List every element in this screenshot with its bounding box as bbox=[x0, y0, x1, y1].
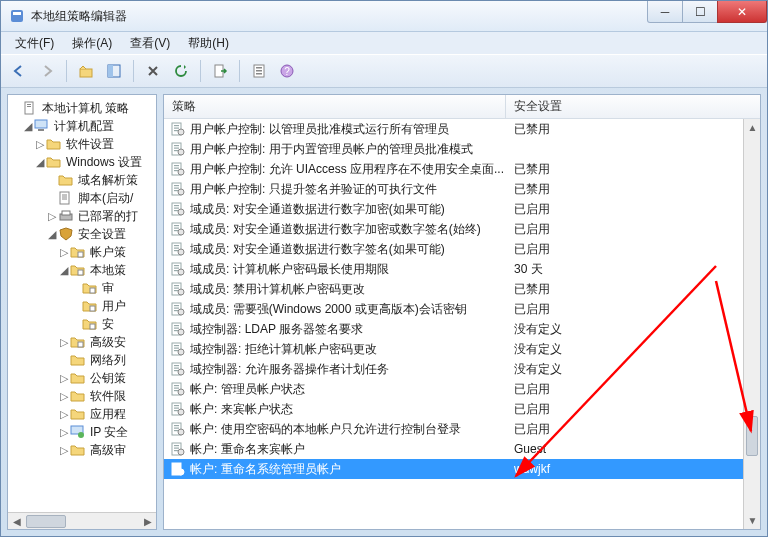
tree-item[interactable]: ▷高级安 bbox=[8, 333, 156, 351]
tree-item-label: 安全设置 bbox=[76, 226, 128, 243]
scroll-down-icon[interactable]: ▼ bbox=[744, 512, 761, 529]
menu-file[interactable]: 文件(F) bbox=[7, 33, 62, 54]
policy-row[interactable]: 域成员: 对安全通道数据进行数字签名(如果可能)已启用 bbox=[164, 239, 743, 259]
tree-item[interactable]: 网络列 bbox=[8, 351, 156, 369]
up-button[interactable] bbox=[74, 59, 98, 83]
tree-item[interactable]: ▷高级审 bbox=[8, 441, 156, 459]
column-setting[interactable]: 安全设置 bbox=[506, 95, 760, 118]
policy-name: 域成员: 计算机帐户密码最长使用期限 bbox=[190, 261, 389, 278]
menu-action[interactable]: 操作(A) bbox=[64, 33, 120, 54]
tree-item-label: 审 bbox=[100, 280, 116, 297]
tree-item[interactable]: 用户 bbox=[8, 297, 156, 315]
maximize-button[interactable]: ☐ bbox=[682, 1, 718, 23]
tree-twisty-icon[interactable]: ▷ bbox=[58, 372, 70, 385]
policy-row[interactable]: 帐户: 管理员帐户状态已启用 bbox=[164, 379, 743, 399]
tree-twisty-icon[interactable]: ▷ bbox=[58, 426, 70, 439]
policy-name: 域控制器: LDAP 服务器签名要求 bbox=[190, 321, 363, 338]
tree-item[interactable]: ◢计算机配置 bbox=[8, 117, 156, 135]
menu-help[interactable]: 帮助(H) bbox=[180, 33, 237, 54]
tree-twisty-icon[interactable]: ▷ bbox=[58, 390, 70, 403]
scroll-left-icon[interactable]: ◀ bbox=[8, 513, 25, 530]
policy-row[interactable]: 域成员: 对安全通道数据进行数字加密(如果可能)已启用 bbox=[164, 199, 743, 219]
tree-item[interactable]: ◢Windows 设置 bbox=[8, 153, 156, 171]
policy-icon bbox=[170, 282, 186, 296]
tree-twisty-icon[interactable]: ◢ bbox=[34, 156, 46, 169]
close-button[interactable]: ✕ bbox=[717, 1, 767, 23]
policy-row[interactable]: 帐户: 使用空密码的本地帐户只允许进行控制台登录已启用 bbox=[164, 419, 743, 439]
tree-view[interactable]: 本地计算机 策略 ◢计算机配置▷软件设置◢Windows 设置域名解析策脚本(启… bbox=[8, 95, 156, 512]
folder-s-icon bbox=[82, 281, 98, 295]
minimize-button[interactable]: ─ bbox=[647, 1, 683, 23]
policy-list[interactable]: 用户帐户控制: 以管理员批准模式运行所有管理员已禁用用户帐户控制: 用于内置管理… bbox=[164, 119, 743, 529]
svg-rect-54 bbox=[174, 225, 179, 226]
tree-item[interactable]: 域名解析策 bbox=[8, 171, 156, 189]
tree-item[interactable]: ◢安全设置 bbox=[8, 225, 156, 243]
policy-row[interactable]: 域成员: 禁用计算机帐户密码更改已禁用 bbox=[164, 279, 743, 299]
tree-item[interactable]: ▷IP 安全 bbox=[8, 423, 156, 441]
back-button[interactable] bbox=[7, 59, 31, 83]
policy-name: 帐户: 使用空密码的本地帐户只允许进行控制台登录 bbox=[190, 421, 461, 438]
tree-twisty-icon[interactable]: ▷ bbox=[46, 210, 58, 223]
policy-row[interactable]: 用户帐户控制: 只提升签名并验证的可执行文件已禁用 bbox=[164, 179, 743, 199]
refresh-button[interactable] bbox=[169, 59, 193, 83]
policy-name: 用户帐户控制: 只提升签名并验证的可执行文件 bbox=[190, 181, 437, 198]
policy-name: 用户帐户控制: 允许 UIAccess 应用程序在不使用安全桌面... bbox=[190, 161, 504, 178]
tree-twisty-icon[interactable]: ▷ bbox=[58, 444, 70, 457]
properties-button[interactable] bbox=[247, 59, 271, 83]
policy-name: 域控制器: 允许服务器操作者计划任务 bbox=[190, 361, 389, 378]
policy-setting: 没有定义 bbox=[506, 321, 743, 338]
policy-icon bbox=[170, 362, 186, 376]
tree-item[interactable]: ◢本地策 bbox=[8, 261, 156, 279]
show-pane-button[interactable] bbox=[102, 59, 126, 83]
tree-item[interactable]: 审 bbox=[8, 279, 156, 297]
column-policy[interactable]: 策略 bbox=[164, 95, 506, 118]
tree-item[interactable]: ▷应用程 bbox=[8, 405, 156, 423]
tree-hscrollbar[interactable]: ◀ ▶ bbox=[8, 512, 156, 529]
delete-button[interactable] bbox=[141, 59, 165, 83]
tree-twisty-icon[interactable]: ▷ bbox=[58, 336, 70, 349]
tree-item[interactable]: 安 bbox=[8, 315, 156, 333]
help-button[interactable]: ? bbox=[275, 59, 299, 83]
scroll-up-icon[interactable]: ▲ bbox=[744, 119, 761, 136]
tree-item[interactable]: ▷公钥策 bbox=[8, 369, 156, 387]
tree-twisty-icon[interactable]: ◢ bbox=[46, 228, 58, 241]
tree-item[interactable]: ▷软件设置 bbox=[8, 135, 156, 153]
tree-item[interactable]: ▷已部署的打 bbox=[8, 207, 156, 225]
tree-twisty-icon[interactable]: ◢ bbox=[22, 120, 34, 133]
tree-twisty-icon[interactable]: ▷ bbox=[58, 246, 70, 259]
menu-view[interactable]: 查看(V) bbox=[122, 33, 178, 54]
policy-row[interactable]: 域控制器: 拒绝计算机帐户密码更改没有定义 bbox=[164, 339, 743, 359]
tree-item-label: 本地策 bbox=[88, 262, 128, 279]
folder-icon bbox=[70, 389, 86, 403]
export-button[interactable] bbox=[208, 59, 232, 83]
tree-twisty-icon[interactable]: ▷ bbox=[34, 138, 46, 151]
tree-twisty-icon[interactable]: ▷ bbox=[58, 408, 70, 421]
vscroll-thumb[interactable] bbox=[746, 416, 758, 456]
svg-rect-9 bbox=[256, 73, 262, 75]
tree-item[interactable]: 脚本(启动/ bbox=[8, 189, 156, 207]
policy-icon bbox=[170, 322, 186, 336]
tree-item[interactable]: ▷软件限 bbox=[8, 387, 156, 405]
policy-row[interactable]: 域成员: 需要强(Windows 2000 或更高版本)会话密钥已启用 bbox=[164, 299, 743, 319]
tree-item[interactable]: ▷帐户策 bbox=[8, 243, 156, 261]
policy-setting: 已启用 bbox=[506, 241, 743, 258]
list-vscrollbar[interactable]: ▲ ▼ bbox=[743, 119, 760, 529]
tree-root[interactable]: 本地计算机 策略 bbox=[8, 99, 156, 117]
forward-button[interactable] bbox=[35, 59, 59, 83]
list-panel: 策略 安全设置 用户帐户控制: 以管理员批准模式运行所有管理员已禁用用户帐户控制… bbox=[163, 94, 761, 530]
policy-row[interactable]: 域控制器: LDAP 服务器签名要求没有定义 bbox=[164, 319, 743, 339]
tree-item-label: Windows 设置 bbox=[64, 154, 144, 171]
tree-twisty-icon[interactable]: ◢ bbox=[58, 264, 70, 277]
hscroll-thumb[interactable] bbox=[26, 515, 66, 528]
policy-row[interactable]: 域成员: 对安全通道数据进行数字加密或数字签名(始终)已启用 bbox=[164, 219, 743, 239]
scroll-right-icon[interactable]: ▶ bbox=[139, 513, 156, 530]
policy-row[interactable]: 帐户: 重命名来宾帐户Guest bbox=[164, 439, 743, 459]
policy-row[interactable]: 帐户: 来宾帐户状态已启用 bbox=[164, 399, 743, 419]
policy-row[interactable]: 域成员: 计算机帐户密码最长使用期限30 天 bbox=[164, 259, 743, 279]
policy-row[interactable]: 用户帐户控制: 允许 UIAccess 应用程序在不使用安全桌面...已禁用 bbox=[164, 159, 743, 179]
policy-row[interactable]: 用户帐户控制: 用于内置管理员帐户的管理员批准模式 bbox=[164, 139, 743, 159]
policy-row[interactable]: 域控制器: 允许服务器操作者计划任务没有定义 bbox=[164, 359, 743, 379]
menubar: 文件(F) 操作(A) 查看(V) 帮助(H) bbox=[1, 32, 767, 54]
policy-row[interactable]: 用户帐户控制: 以管理员批准模式运行所有管理员已禁用 bbox=[164, 119, 743, 139]
policy-row[interactable]: 帐户: 重命名系统管理员帐户wdwjkf bbox=[164, 459, 743, 479]
